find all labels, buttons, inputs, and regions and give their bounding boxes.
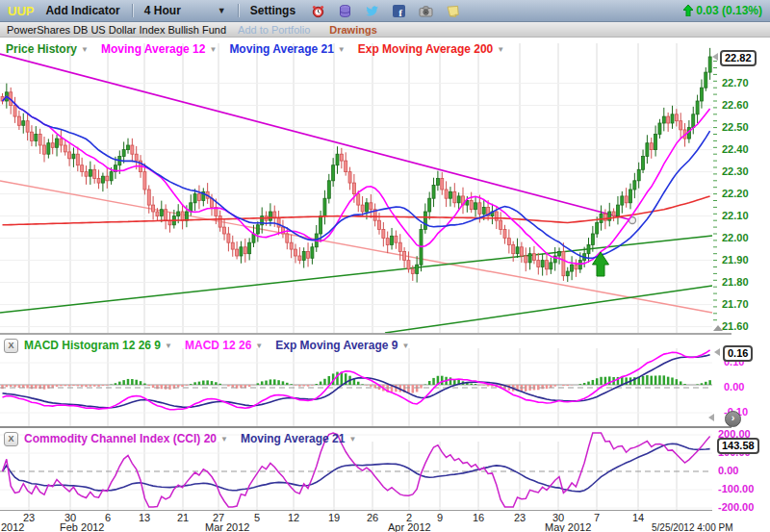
- panel-resize-handle[interactable]: [713, 325, 723, 331]
- indicator-ma21[interactable]: Moving Average 21 ▼: [229, 42, 345, 56]
- date-axis: 5/25/2012 4:00 PM 2330613212751219262916…: [0, 511, 770, 532]
- indicator-price-history[interactable]: Price History ▼: [6, 42, 89, 56]
- camera-icon[interactable]: [419, 4, 433, 18]
- up-arrow-annotation: [593, 252, 609, 276]
- cci-ma-line: [3, 443, 710, 492]
- price-chart[interactable]: [0, 38, 720, 333]
- y-axis-label: -100.00: [718, 483, 754, 494]
- macd-histogram: [0, 372, 712, 393]
- y-axis-label: 2012: [1, 521, 24, 532]
- facebook-icon[interactable]: f: [392, 4, 406, 18]
- toolbar-separator: [132, 4, 133, 17]
- y-axis-label: 22.10: [722, 210, 749, 221]
- y-axis-label: 16: [466, 512, 491, 523]
- y-axis-label: 22.70: [722, 77, 749, 89]
- panel-divider[interactable]: [0, 333, 732, 335]
- y-axis-label: 19: [321, 512, 346, 523]
- dropdown-arrow-icon[interactable]: ▼: [348, 435, 356, 443]
- dropdown-arrow-icon[interactable]: ▼: [255, 342, 263, 350]
- symbol-label: UUP: [8, 4, 34, 18]
- main-toolbar: UUP Add Indicator 4 Hour ▼ Settings f: [0, 0, 770, 22]
- toolbar-icons: f: [311, 4, 460, 18]
- symbol-info-bar: PowerShares DB US Dollar Index Bullish F…: [0, 22, 770, 38]
- close-macd-panel-button[interactable]: X: [4, 339, 18, 353]
- chart-application-window: UUP Add Indicator 4 Hour ▼ Settings f: [0, 0, 770, 532]
- sticky-note-icon[interactable]: [446, 4, 460, 18]
- y-axis-label: 9: [427, 512, 452, 523]
- dropdown-arrow-icon[interactable]: ▼: [165, 342, 172, 350]
- fund-name-label: PowerShares DB US Dollar Index Bullish F…: [7, 24, 226, 36]
- trendline-drawings: [0, 54, 712, 333]
- add-indicator-button[interactable]: Add Indicator: [45, 4, 119, 17]
- indicator-macd-line[interactable]: MACD 12 26 ▼: [185, 339, 263, 352]
- y-axis-label: 22.60: [722, 99, 749, 111]
- add-to-portfolio-button[interactable]: Add to Portfolio: [238, 24, 310, 36]
- axis-marker-icon: [714, 348, 720, 356]
- indicator-ema200[interactable]: Exp Moving Average 200 ▼: [358, 42, 504, 56]
- dropdown-arrow-icon[interactable]: ▼: [338, 45, 346, 54]
- last-update-timestamp: 5/25/2012 4:00 PM: [652, 522, 733, 532]
- axis-marker-icon: [708, 414, 714, 421]
- y-axis-label: Feb 2012: [60, 521, 104, 532]
- y-axis-label: 22.50: [722, 121, 749, 133]
- toolbar-separator: [238, 4, 239, 17]
- y-axis-label: Mar 2012: [205, 521, 249, 532]
- y-axis-label: 0.00: [718, 465, 738, 476]
- axis-marker-icon: [712, 53, 718, 61]
- price-current-value-box: 22.82: [720, 50, 757, 66]
- cci-panel-header: Commodity Channel Index (CCI) 20 ▼ Movin…: [24, 432, 356, 445]
- indicator-macd-histogram[interactable]: MACD Histogram 12 26 9 ▼: [24, 339, 172, 352]
- y-axis-label: 22.30: [722, 165, 749, 177]
- macd-current-value-box: 0.16: [723, 345, 753, 362]
- macd-panel-header: MACD Histogram 12 26 9 ▼ MACD 12 26 ▼ Ex…: [24, 339, 409, 352]
- y-axis-label: 23: [507, 512, 532, 523]
- dropdown-arrow-icon[interactable]: ▼: [401, 342, 409, 350]
- y-axis-label: 21.70: [722, 298, 749, 310]
- indicator-ma12[interactable]: Moving Average 12 ▼: [101, 42, 217, 56]
- dropdown-arrow-icon[interactable]: ▼: [220, 435, 228, 443]
- panel-divider[interactable]: [0, 426, 732, 428]
- y-axis-label: 21: [170, 512, 195, 523]
- macd-line: [3, 350, 710, 410]
- alarm-clock-icon[interactable]: [311, 4, 325, 18]
- y-axis-label: 22.20: [722, 188, 749, 199]
- up-arrow-icon: [683, 5, 693, 16]
- dropdown-arrow-icon[interactable]: ▼: [209, 45, 217, 54]
- y-axis-label: 22.40: [722, 143, 749, 155]
- drawings-menu-button[interactable]: Drawings: [329, 24, 377, 36]
- y-axis-label: 21.80: [722, 276, 749, 288]
- cci-current-value-box: 143.58: [717, 438, 759, 454]
- scroll-right-button[interactable]: ›: [725, 411, 741, 427]
- indicator-cci-ma[interactable]: Moving Average 21 ▼: [241, 432, 356, 445]
- y-axis-label: May 2012: [545, 521, 591, 532]
- svg-text:f: f: [398, 6, 402, 17]
- y-axis-label: 21.60: [722, 320, 749, 332]
- dropdown-arrow-icon[interactable]: ▼: [497, 45, 504, 54]
- y-axis-label: 22.00: [722, 232, 749, 243]
- change-text: 0.03 (0.13%): [696, 4, 762, 17]
- y-axis-label: 21.90: [722, 254, 749, 266]
- y-axis-label: -200.00: [718, 501, 754, 513]
- twitter-icon[interactable]: [365, 4, 379, 18]
- timeframe-select[interactable]: 4 Hour: [144, 4, 181, 17]
- timeframe-dropdown-icon[interactable]: ▼: [218, 6, 226, 15]
- panel-divider: [0, 510, 712, 511]
- settings-button[interactable]: Settings: [250, 4, 295, 17]
- price-change-indicator: 0.03 (0.13%): [683, 4, 762, 17]
- y-axis-label: 26: [360, 512, 385, 523]
- close-cci-panel-button[interactable]: X: [4, 432, 18, 446]
- database-icon[interactable]: [338, 4, 352, 18]
- indicator-cci[interactable]: Commodity Channel Index (CCI) 20 ▼: [24, 432, 228, 445]
- y-axis-label: 14: [626, 512, 651, 523]
- y-axis-label: Apr 2012: [388, 521, 431, 532]
- y-axis-label: 12: [281, 512, 306, 523]
- price-panel-header: Price History ▼ Moving Average 12 ▼ Movi…: [6, 42, 504, 56]
- y-axis-label: 0.00: [724, 381, 744, 393]
- indicator-macd-signal[interactable]: Exp Moving Average 9 ▼: [275, 339, 409, 352]
- y-axis-label: 13: [132, 512, 157, 523]
- dropdown-arrow-icon[interactable]: ▼: [81, 45, 89, 54]
